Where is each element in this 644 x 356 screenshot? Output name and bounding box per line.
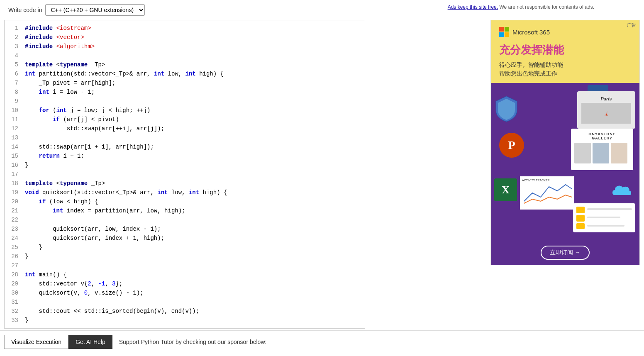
ai-help-button[interactable]: Get AI Help [68,335,112,349]
visualize-button[interactable]: Visualize Execution [4,335,68,349]
ad-subtext1: 得心应手。智能辅助功能 [499,61,631,69]
code-line-23: quicksort(arr, low, index - 1); [25,224,365,234]
code-line-10: for (int j = low; j < high; ++j) [25,106,365,115]
svg-rect-2 [499,32,504,37]
right-panel: 广告 Microsoft 365 充分发挥潜能 得心应手。智能辅助功能 帮助您出… [365,20,640,329]
code-line-33: } [25,316,365,325]
svg-rect-9 [576,223,585,229]
line-numbers: 12345 678910 1112131415 1617181920 21222… [5,24,23,325]
code-line-26: } [25,252,365,261]
cta-button[interactable]: 立即订阅 → [541,246,590,260]
shield-icon [495,95,518,124]
code-line-17 [25,170,365,179]
gallery-card: ONYXSTONEGALLERY [571,129,633,170]
svg-rect-3 [505,32,509,37]
code-line-12: std::swap(arr[++i], arr[j]); [25,124,365,133]
main-layout: 12345 678910 1112131415 1617181920 21222… [0,20,644,329]
code-line-4 [25,51,365,60]
svg-text:ACTIVITY TRACKER: ACTIVITY TRACKER [522,179,550,182]
code-line-24: quicksort(arr, index + 1, high); [25,234,365,243]
code-line-32: std::cout << std::is_sorted(begin(v), en… [25,307,365,316]
svg-rect-7 [576,207,585,213]
write-code-label: Write code in [8,7,42,13]
code-line-9 [25,97,365,106]
code-line-11: if (arr[j] < pivot) [25,115,365,124]
code-line-5: template <typename _Tp> [25,60,365,69]
code-line-6: int partition(std::vector<_Tp>& arr, int… [25,69,365,78]
code-line-8: int i = low - 1; [25,88,365,97]
code-area: 12345 678910 1112131415 1617181920 21222… [5,20,365,328]
code-line-19: void quicksort(std::vector<_Tp>& arr, in… [25,188,365,197]
code-line-27 [25,261,365,270]
bottom-buttons: Visualize Execution Get AI Help Support … [0,330,644,353]
code-line-22 [25,215,365,224]
code-line-16: } [25,161,365,170]
top-bar: Write code in C++ (C++20 + GNU extension… [0,0,644,20]
ad-top-section: Microsoft 365 充分发挥潜能 得心应手。智能辅助功能 帮助您出色地完… [491,20,639,83]
ad-banner: 广告 Microsoft 365 充分发挥潜能 得心应手。智能辅助功能 帮助您出… [490,20,640,265]
paris-card: Paris 🗼 [577,91,635,129]
svg-rect-10 [587,208,632,210]
code-line-18: template <typename _Tp> [25,179,365,188]
code-line-20: if (low < high) { [25,197,365,206]
svg-rect-12 [587,225,624,227]
code-panel: 12345 678910 1112131415 1617181920 21222… [4,20,365,329]
ad-label: 广告 [627,22,636,28]
code-line-29: std::vector v{2, -1, 3}; [25,279,365,288]
language-select[interactable]: C++ (C++20 + GNU extensions) Python Java… [45,4,145,16]
code-line-21: int index = partition(arr, low, high); [25,206,365,215]
svg-rect-0 [499,27,504,32]
code-line-31 [25,297,365,307]
svg-rect-11 [587,217,620,218]
files-card [573,203,635,232]
code-line-13 [25,133,365,142]
chart-card: ACTIVITY TRACKER [520,176,574,210]
code-line-28: int main() { [25,270,365,279]
code-content: #include <iostream> #include <vector> #i… [23,24,365,325]
code-line-1: #include <iostream> [25,24,365,33]
code-line-30: quicksort(v, 0, v.size() - 1); [25,288,365,297]
ad-notice-link[interactable]: Ads keep this site free. [448,4,498,10]
code-line-7: _Tp pivot = arr[high]; [25,78,365,88]
code-line-25: } [25,243,365,252]
code-line-3: #include <algorithm> [25,42,365,51]
onedrive-icon [610,183,633,201]
code-line-2: #include <vector> [25,33,365,42]
ad-bottom-section: 立即订阅 → [491,241,639,265]
ad-notice: Ads keep this site free. We are not resp… [448,4,594,10]
svg-rect-8 [576,215,585,222]
ad-purple-section: W Paris 🗼 P ONYXSTONEGALLERY [491,83,639,241]
ms-brand-name: Microsoft 365 [512,29,550,36]
code-line-14: std::swap(arr[i + 1], arr[high]); [25,142,365,151]
code-line-15: return i + 1; [25,151,365,161]
svg-rect-1 [505,27,509,32]
ms-logo-row: Microsoft 365 [499,27,631,37]
powerpoint-icon: P [499,133,524,158]
excel-icon: X [494,178,517,201]
ad-headline: 充分发挥潜能 [499,44,631,56]
sponsor-text: Support Python Tutor by checking out our… [119,339,267,345]
ad-subtext2: 帮助您出色地完成工作 [499,69,631,78]
ms-logo-icon [499,27,509,37]
